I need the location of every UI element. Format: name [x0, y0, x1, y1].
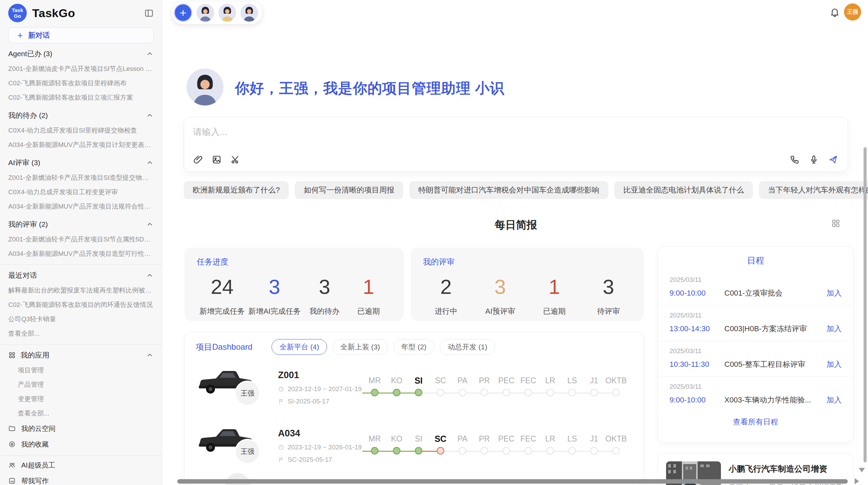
- image-upload-icon[interactable]: [212, 154, 222, 165]
- filter-chip[interactable]: 动总开发 (1): [440, 339, 495, 355]
- sidebar-task-item[interactable]: C02-飞腾新能源轻客改款项目里程碑画布: [8, 76, 154, 90]
- milestone-dot: [371, 447, 378, 455]
- milestone-dot: [590, 389, 598, 396]
- milestone-dot: [590, 447, 598, 455]
- project-owner-badge: 王强: [236, 440, 259, 463]
- suggestion-chip[interactable]: 如何写一份清晰的项目周报: [295, 181, 403, 199]
- collapse-sidebar-icon[interactable]: [144, 9, 154, 18]
- view-all-schedule-link[interactable]: 查看所有日程: [658, 417, 853, 427]
- milestone-label: J1: [583, 375, 605, 386]
- sidebar-task-item[interactable]: A034-全新新能源MUV产品开发项目法规符合性评审: [8, 199, 154, 214]
- sidebar-task-item[interactable]: C0X4-动力总成开发项目SI里程碑提交物检查: [8, 123, 154, 138]
- project-code: A034: [278, 428, 364, 439]
- project-list: 王强Z0012023-12-19 ~ 2027-01-19SI-2025-05-…: [196, 362, 632, 471]
- milestone: J1: [583, 433, 605, 458]
- stat-value: 1: [534, 277, 575, 297]
- sidebar-app-item[interactable]: 查看全部...: [8, 406, 154, 421]
- sidebar-item-cloud-space[interactable]: 我的云空间: [8, 421, 154, 436]
- layout-grid-icon[interactable]: [831, 219, 841, 228]
- stat-label: 待评审: [588, 306, 629, 316]
- teammate-avatar-3[interactable]: [240, 4, 258, 22]
- sidebar-group-header[interactable]: 最近对话: [8, 268, 154, 283]
- filter-chip[interactable]: 全新上装 (3): [333, 339, 388, 355]
- microphone-icon[interactable]: [809, 154, 819, 165]
- sidebar-group-header[interactable]: AI评审 (3): [8, 155, 154, 171]
- sidebar-item-favorites[interactable]: 我的收藏: [8, 436, 154, 452]
- event-list: 2025/03/119:00-10:00C001-立项审批会加入2025/03/…: [658, 270, 853, 412]
- join-meeting-link[interactable]: 加入: [827, 288, 842, 298]
- event-main: 9:00-10:00C001-立项审批会加入: [670, 288, 842, 298]
- filter-chip[interactable]: 全新平台 (4): [272, 339, 327, 355]
- sidebar-chat-item[interactable]: C02-飞腾新能源轻客改款项目的闭环通告反馈情况: [8, 298, 154, 312]
- milestone-dot-track: [605, 386, 627, 400]
- sidebar-group-header[interactable]: Agent已办 (3): [8, 46, 154, 62]
- milestone-dot: [612, 389, 620, 396]
- project-row[interactable]: 王强A0342023-12-19 ~ 2026-01-19SC-2025-05-…: [196, 420, 632, 471]
- stat-row: 24新增完成任务3新增AI完成任务3我的待办1已逾期: [197, 277, 391, 316]
- sidebar-task-item[interactable]: Z001-全新燃油轻卡产品开发项目SI造型提交物评审: [8, 171, 154, 185]
- stat-label: 已逾期: [534, 306, 575, 316]
- sidebar-chat-item[interactable]: 解释最新出台的欧盟报废车法规再生塑料比例被调至15%...: [8, 283, 154, 298]
- milestone-dot: [481, 389, 488, 396]
- project-dates: 2023-12-19 ~ 2027-01-19: [278, 385, 364, 393]
- new-chat-button[interactable]: + 新对话: [8, 27, 154, 43]
- horizontal-scrollbar[interactable]: [177, 479, 848, 484]
- join-meeting-link[interactable]: 加入: [827, 359, 842, 370]
- sidebar-tool-item[interactable]: AI超级员工: [8, 457, 154, 473]
- schedule-event: 2025/03/119:00-10:00C001-立项审批会加入: [658, 270, 853, 306]
- sidebar-group-header[interactable]: 我的评审 (2): [8, 216, 154, 232]
- suggestion-chip[interactable]: 比亚迪全固态电池计划具体说了什么: [614, 181, 753, 199]
- scroll-down-arrow-icon[interactable]: [859, 468, 865, 472]
- project-row[interactable]: 王强Z0012023-12-19 ~ 2027-01-19SI-2025-05-…: [196, 362, 632, 413]
- suggestion-chip[interactable]: 特朗普可能对进口汽车增税会对中国车企造成哪些影响: [409, 181, 608, 199]
- add-member-button[interactable]: +: [174, 3, 192, 22]
- phone-call-icon[interactable]: [789, 154, 800, 165]
- project-date-range: 2023-12-19 ~ 2027-01-19: [288, 385, 362, 393]
- tool-label: AI超级员工: [21, 461, 55, 470]
- attachment-icon[interactable]: [193, 154, 203, 165]
- sidebar-task-item[interactable]: A034-全新新能源MUV产品开发项目造型可行性评审: [8, 247, 154, 261]
- stat: 1已逾期: [534, 277, 575, 316]
- suggestion-chip[interactable]: 当下年轻人对汽车外观有怎样的喜好趋势: [759, 181, 868, 199]
- teammate-avatar-2[interactable]: [218, 4, 236, 22]
- send-icon[interactable]: [828, 154, 838, 165]
- milestone-label: OKTB: [605, 433, 627, 445]
- milestone-label: SI: [408, 375, 430, 386]
- milestone-dot: [546, 389, 554, 396]
- sidebar-task-item[interactable]: C0X4-动力总成开发项目工程变更评审: [8, 185, 154, 199]
- sidebar-task-item[interactable]: Z001-全新燃油轻卡产品开发项目SI节点属性5D文件评审: [8, 232, 154, 247]
- scroll-right-arrow-icon[interactable]: [855, 478, 859, 484]
- tool-label: 帮我写作: [21, 476, 49, 485]
- stat-value: 3: [480, 277, 520, 297]
- scissors-icon[interactable]: [230, 154, 240, 165]
- sidebar-chat-item[interactable]: 查看全部...: [8, 326, 154, 341]
- milestone-track: MRKOSISCPAPRPECFECLRLSJ1OKTB: [364, 433, 632, 458]
- notification-bell-icon[interactable]: [830, 7, 840, 17]
- sidebar-group-label: AI评审 (3): [8, 158, 146, 167]
- sidebar-app-item[interactable]: 变更管理: [8, 392, 154, 406]
- milestone: PEC: [495, 375, 517, 400]
- event-time: 9:00-10:00: [670, 396, 724, 405]
- stat: 24新增完成任务: [200, 277, 245, 316]
- join-meeting-link[interactable]: 加入: [827, 395, 842, 405]
- milestone: LS: [561, 375, 583, 400]
- milestone: PA: [451, 375, 473, 400]
- chat-input[interactable]: 请输入...: [184, 117, 848, 172]
- teammate-avatar-1[interactable]: [196, 4, 214, 22]
- user-avatar[interactable]: 王强: [844, 3, 861, 21]
- sidebar-task-item[interactable]: A034-全新新能源MUV产品开发项目计划变更表编写: [8, 138, 154, 152]
- sidebar-task-item[interactable]: Z001-全新燃油皮卡产品开发项目SI节点Lesson Learn报告: [8, 62, 154, 76]
- sidebar-app-item[interactable]: 项目管理: [8, 363, 154, 377]
- sidebar-tool-item[interactable]: 帮我写作: [8, 473, 154, 485]
- main-area: + 王强 你好，王强，我是你的项目管理助理 小识 请输入...: [162, 0, 868, 485]
- filter-chip[interactable]: 年型 (2): [393, 339, 434, 355]
- sidebar-item-my-apps[interactable]: 我的应用: [8, 347, 154, 363]
- join-meeting-link[interactable]: 加入: [827, 324, 842, 334]
- sidebar-app-item[interactable]: 产品管理: [8, 377, 154, 392]
- sidebar-task-item[interactable]: C02-飞腾新能源轻客改款项目立项汇报方案: [8, 90, 154, 105]
- suggestion-chip[interactable]: 欧洲新规最近颁布了什么?: [184, 181, 289, 199]
- vertical-scrollbar[interactable]: [864, 147, 867, 462]
- milestone-dot: [503, 389, 510, 396]
- sidebar-group-header[interactable]: 我的待办 (2): [8, 108, 154, 123]
- sidebar-chat-item[interactable]: 公司Q3轻卡销量: [8, 312, 154, 326]
